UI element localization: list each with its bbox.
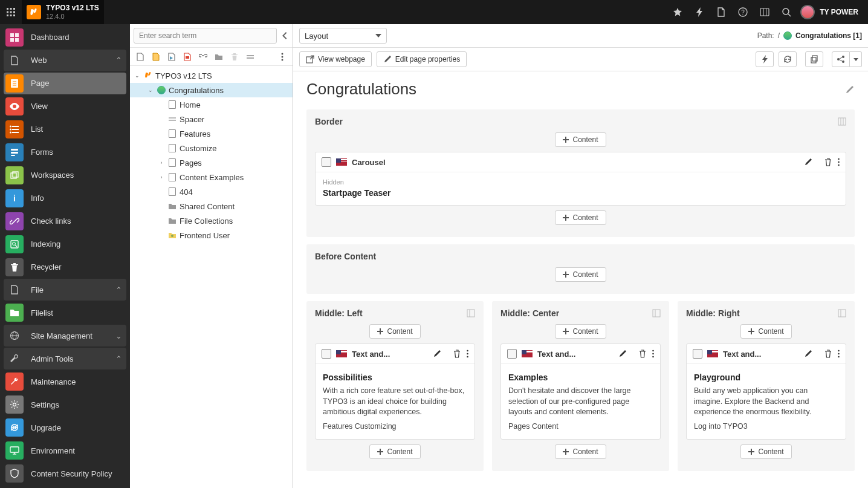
add-content-button[interactable]: Content [555,267,606,282]
svg-point-78 [652,356,654,358]
toggle-icon[interactable]: › [158,159,165,166]
delete-button[interactable] [824,158,832,166]
content-element-carousel[interactable]: Carousel Hidden Startpage Teaser [315,152,846,206]
modules-launcher-button[interactable] [0,0,22,24]
refresh-button[interactable] [779,51,797,67]
sidebar-item-view[interactable]: View [4,96,126,117]
toggle-icon[interactable]: ⌄ [147,86,154,94]
new-page-button[interactable] [132,50,148,63]
system-info-button[interactable] [754,0,775,24]
sidebar-section-site-management[interactable]: Site Management ⌄ [4,325,126,346]
edit-button[interactable] [804,350,812,358]
sidebar-section-file[interactable]: File ⌃ [4,279,126,301]
content-element-examples[interactable]: Text and... Examples Don't hesitate and … [500,343,661,440]
tree-node-file-collections[interactable]: File Collections [130,213,293,228]
delete-button[interactable] [824,350,832,358]
column-options-button[interactable] [467,309,475,317]
sidebar-item-upgrade[interactable]: Upgrade [4,417,126,438]
content-element-playground[interactable]: Text and... Playground Build any web app… [686,343,846,440]
tree-node-spacer[interactable]: Spacer [130,112,293,126]
new-page-hidden-button[interactable] [148,50,164,63]
more-button[interactable] [467,350,468,358]
delete-button[interactable] [639,350,646,358]
copy-button[interactable] [805,51,823,67]
tree-node-content-examples[interactable]: › Content Examples [130,170,293,184]
sidebar-item-recycler[interactable]: Recycler [4,256,126,278]
page-tree-search-input[interactable] [134,28,277,44]
add-content-button[interactable]: Content [740,444,791,459]
layout-select[interactable]: Layout [299,28,387,44]
column-options-button[interactable] [652,309,661,317]
sidebar-section-web[interactable]: Web ⌃ [4,50,126,71]
svg-point-59 [842,56,844,58]
sidebar-item-workspaces[interactable]: Workspaces [4,164,126,186]
product-logo-area[interactable]: TYPO3 v12 LTS 12.4.0 [22,0,104,24]
collapse-tree-button[interactable] [280,28,289,44]
sidebar-item-page[interactable]: Page [4,73,126,94]
open-docs-button[interactable] [711,0,731,24]
add-content-button[interactable]: Content [740,324,791,339]
share-dropdown-button[interactable] [850,51,862,67]
tree-root[interactable]: ⌄ TYPO3 v12 LTS [130,68,293,83]
tree-node-shared-content[interactable]: Shared Content [130,199,293,213]
edit-button[interactable] [618,350,627,358]
clear-cache-button[interactable] [756,51,774,67]
sidebar-item-check-links[interactable]: Check links [4,210,126,232]
column-options-button[interactable] [838,309,846,317]
add-content-button[interactable]: Content [369,444,420,459]
bookmarks-button[interactable] [667,0,688,24]
tree-node-frontend-user[interactable]: Frontend User [130,228,293,242]
view-webpage-button[interactable]: View webpage [299,51,372,67]
sidebar-section-admin-tools[interactable]: Admin Tools ⌃ [4,348,126,369]
spacer-button[interactable] [242,50,258,63]
sidebar-item-indexing[interactable]: Indexing [4,233,126,255]
sidebar-item-info[interactable]: i Info [4,187,126,209]
sidebar-item-csp[interactable]: Content Security Policy [4,463,126,484]
sidebar-item-settings[interactable]: Settings [4,394,126,415]
new-shortcut-button[interactable] [164,50,180,63]
toggle-icon[interactable]: ⌄ [134,72,141,79]
tree-more-button[interactable] [274,50,290,63]
tree-node-features[interactable]: Features [130,126,293,141]
tree-node-customize[interactable]: Customize [130,141,293,155]
add-content-button[interactable]: Content [555,324,606,339]
edit-button[interactable] [433,350,441,358]
svg-rect-18 [10,38,14,42]
sidebar-item-label: Indexing [31,239,123,249]
new-folder-button[interactable] [211,50,227,63]
edit-button[interactable] [804,158,812,166]
content-element-possibilities[interactable]: Text and... Possibilities With a rich co… [315,343,475,440]
add-content-button[interactable]: Content [555,210,606,225]
help-button[interactable]: ? [733,0,753,24]
user-menu-button[interactable]: TY POWER [798,5,862,19]
delete-button[interactable] [227,50,242,63]
edit-properties-button[interactable]: Edit page properties [377,51,467,67]
toggle-icon[interactable]: › [158,174,165,181]
add-content-button[interactable]: Content [555,132,606,147]
sidebar-item-filelist[interactable]: Filelist [4,302,126,324]
share-button[interactable] [832,51,850,67]
more-button[interactable] [838,350,840,358]
tree-node-pages[interactable]: › Pages [130,155,293,170]
sidebar-item-dashboard[interactable]: Dashboard [4,27,126,48]
column-options-button[interactable] [838,117,846,126]
sidebar-item-forms[interactable]: Forms [4,142,126,163]
search-button[interactable] [776,0,797,24]
sidebar-item-list[interactable]: List [4,119,126,140]
new-page-stop-button[interactable] [180,50,195,63]
cache-button[interactable] [689,0,710,24]
add-content-button[interactable]: Content [369,324,420,339]
sidebar-item-environment[interactable]: Environment [4,440,126,461]
new-link-button[interactable] [195,50,211,63]
add-content-button[interactable]: Content [555,444,606,459]
more-button[interactable] [652,350,654,358]
svg-rect-32 [11,155,15,156]
tree-node-home[interactable]: Home [130,97,293,112]
tree-node-404[interactable]: 404 [130,184,293,199]
more-button[interactable] [838,158,840,166]
section-middle-center: Middle: Center Content Text and... [492,301,669,471]
delete-button[interactable] [453,350,461,358]
sidebar-item-maintenance[interactable]: Maintenance [4,371,126,392]
edit-title-button[interactable] [845,85,855,94]
tree-node-congratulations[interactable]: ⌄ Congratulations [130,83,293,97]
